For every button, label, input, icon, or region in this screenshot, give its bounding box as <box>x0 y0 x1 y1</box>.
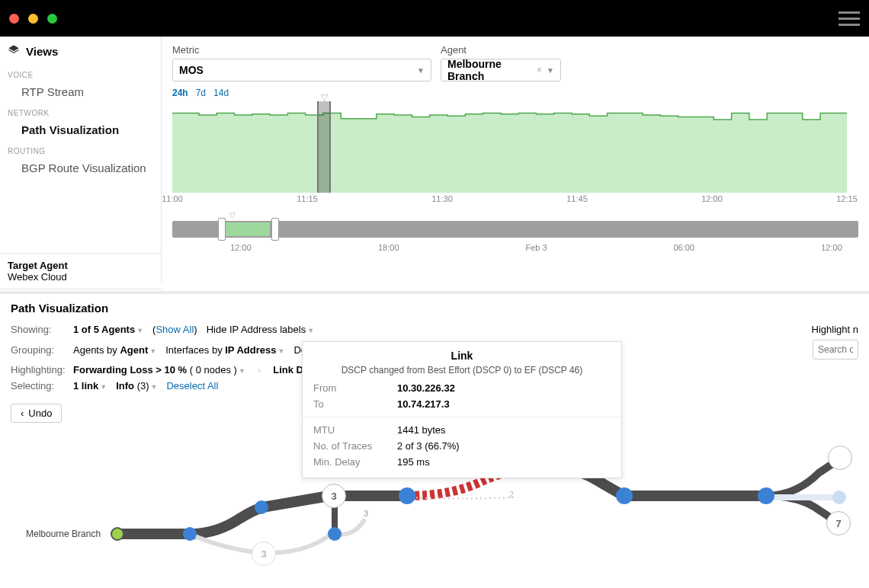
timerange-14d[interactable]: 14d <box>213 88 229 98</box>
tooltip-title: Link <box>310 350 614 362</box>
caret-down-icon: ▼ <box>151 383 158 391</box>
time-selector[interactable] <box>317 101 331 193</box>
overview-chart[interactable]: ▽ <box>172 216 858 243</box>
info-toggle[interactable]: Info <box>116 380 134 391</box>
show-all-link[interactable]: Show All <box>156 324 194 335</box>
tooltip-subtitle: DSCP changed from Best Effort (DSCP 0) t… <box>310 365 614 375</box>
target-agent-value: Webex Cloud <box>8 271 154 283</box>
node-hop-faint[interactable] <box>832 491 846 504</box>
chevron-right-icon: › <box>258 364 261 375</box>
caret-down-icon: ▼ <box>307 327 314 334</box>
tt-mtu-label: MTU <box>303 422 386 438</box>
time-range-tabs: 24h 7d 14d <box>162 85 869 98</box>
chart-xaxis: 11:0011:1511:3011:4512:0012:15 <box>172 194 858 205</box>
undo-label: Undo <box>28 407 52 419</box>
node-group-3[interactable]: 3 <box>322 484 346 508</box>
origin-label: Melbourne Branch <box>26 529 101 539</box>
search-input[interactable] <box>813 340 858 360</box>
tt-from-label: From <box>303 380 386 396</box>
caret-down-icon: ▼ <box>149 347 156 355</box>
node-group-7[interactable]: 7 <box>826 511 851 535</box>
deselect-all-link[interactable]: Deselect All <box>166 380 218 391</box>
node-hop[interactable] <box>328 527 342 541</box>
sidebar-title: Views <box>26 45 58 58</box>
metric-label: Metric <box>172 44 431 56</box>
traffic-lights <box>9 14 57 24</box>
tt-from-value: 10.30.226.32 <box>386 380 621 396</box>
overview-marker-icon: ▽ <box>229 211 236 219</box>
hop-badge: 3 <box>364 509 368 518</box>
timerange-24h[interactable]: 24h <box>172 88 188 98</box>
agent-dropdown[interactable]: Melbourne Branch × ▼ <box>441 59 561 81</box>
minimize-window-icon[interactable] <box>28 14 38 24</box>
section-title: Path Visualization <box>11 302 858 315</box>
mos-chart[interactable]: ▽ <box>172 101 858 193</box>
sidebar-header: Views <box>0 44 161 65</box>
caret-down-icon: ▼ <box>417 66 425 75</box>
node-hop[interactable] <box>616 487 633 504</box>
tt-mtu-value: 1441 bytes <box>386 422 621 438</box>
grouping-label: Grouping: <box>11 344 64 356</box>
caret-down-icon: ▼ <box>100 383 107 391</box>
node-hop[interactable] <box>255 500 268 514</box>
layers-icon <box>8 44 20 59</box>
tt-delay-label: Min. Delay <box>303 454 386 470</box>
sidebar-item-path-visualization[interactable]: Path Visualization <box>0 119 161 141</box>
hamburger-menu-icon[interactable] <box>839 8 860 30</box>
sidebar-item-rtp-stream[interactable]: RTP Stream <box>0 81 161 103</box>
node-hop[interactable] <box>758 487 774 504</box>
interfaces-by-value[interactable]: IP Address <box>225 344 276 356</box>
sidebar: Views VOICE RTP Stream NETWORK Path Visu… <box>0 37 162 282</box>
node-group-3-faint[interactable]: 3 <box>252 542 276 566</box>
link-count[interactable]: 1 link <box>73 380 98 391</box>
tt-traces-value: 2 of 3 (66.7%) <box>386 438 621 454</box>
tt-to-label: To <box>303 396 386 412</box>
info-count: (3) <box>137 380 149 391</box>
timerange-7d[interactable]: 7d <box>196 88 206 98</box>
path-visualization-section: Path Visualization Showing: 1 of 5 Agent… <box>0 291 869 587</box>
metric-value: MOS <box>179 64 204 76</box>
target-agent-label: Target Agent <box>8 260 154 271</box>
link-tooltip: Link DSCP changed from Best Effort (DSCP… <box>302 341 622 478</box>
selecting-label: Selecting: <box>11 380 64 391</box>
overview-handle-right[interactable] <box>271 218 279 241</box>
agent-value: Melbourne Branch <box>447 58 537 82</box>
maximize-window-icon[interactable] <box>47 14 57 24</box>
overview-xaxis: 12:0018:00Feb 306:0012:00 <box>172 243 858 255</box>
agents-count[interactable]: 1 of 5 Agents <box>73 324 135 335</box>
caret-down-icon: ▼ <box>136 327 143 334</box>
overview-data <box>224 222 270 236</box>
caret-down-icon: ▼ <box>547 66 554 75</box>
tt-traces-label: No. of Traces <box>303 438 386 454</box>
agents-by: Agents by <box>73 344 120 356</box>
chevron-left-icon: ‹ <box>21 407 24 419</box>
node-endpoint[interactable] <box>828 446 852 470</box>
tt-to-value: 10.74.217.3 <box>386 396 621 412</box>
caret-down-icon: ▼ <box>277 347 284 355</box>
node-hop[interactable] <box>183 527 197 541</box>
close-window-icon[interactable] <box>9 14 19 24</box>
nodes-count: ( 0 nodes ) <box>187 364 237 375</box>
node-origin[interactable] <box>111 527 124 541</box>
forwarding-loss[interactable]: Forwarding Loss > 10 % <box>73 364 187 375</box>
sidebar-section-routing: ROUTING <box>0 141 161 157</box>
showing-label: Showing: <box>11 324 64 335</box>
hop-badge: 2 <box>509 490 514 499</box>
clear-agent-icon[interactable]: × <box>537 65 542 75</box>
sidebar-section-network: NETWORK <box>0 103 161 119</box>
hide-ip-toggle[interactable]: Hide IP Address labels <box>207 324 306 335</box>
undo-button[interactable]: ‹ Undo <box>11 404 62 423</box>
tt-delay-value: 195 ms <box>386 454 621 470</box>
caret-down-icon: ▼ <box>239 367 245 375</box>
highlight-label: Highlight n <box>812 324 858 335</box>
node-hop[interactable] <box>399 487 415 504</box>
metric-dropdown[interactable]: MOS ▼ <box>172 59 431 81</box>
main-panel: Metric MOS ▼ Agent Melbourne Branch × ▼ <box>162 37 869 282</box>
target-agent-box: Target Agent Webex Cloud <box>0 253 162 289</box>
highlighting-label: Highlighting: <box>11 364 64 375</box>
interfaces-by: Interfaces by <box>165 344 225 356</box>
sidebar-section-voice: VOICE <box>0 65 161 81</box>
overview-handle-left[interactable] <box>218 218 226 241</box>
sidebar-item-bgp-route[interactable]: BGP Route Visualization <box>0 157 161 179</box>
agents-by-value[interactable]: Agent <box>120 344 148 356</box>
